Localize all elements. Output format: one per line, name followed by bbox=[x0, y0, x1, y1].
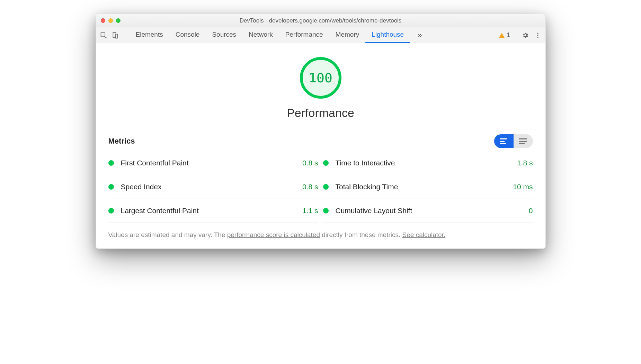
metric-value: 0.8 s bbox=[302, 183, 318, 191]
status-dot-good bbox=[323, 208, 329, 213]
footer-text: Values are estimated and may vary. The bbox=[108, 231, 227, 238]
separator bbox=[516, 31, 516, 40]
svg-rect-7 bbox=[500, 141, 505, 142]
footer-link-see-calculator[interactable]: See calculator. bbox=[402, 231, 446, 238]
metric-row[interactable]: Cumulative Layout Shift 0 bbox=[323, 199, 533, 223]
metric-name: Cumulative Layout Shift bbox=[336, 207, 529, 215]
tab-label: Network bbox=[249, 31, 273, 38]
metric-name: Time to Interactive bbox=[336, 159, 517, 167]
performance-score-gauge[interactable]: 100 bbox=[300, 57, 341, 99]
bars-left-icon bbox=[500, 138, 508, 144]
metric-value: 0 bbox=[529, 207, 533, 215]
metric-name: Largest Contentful Paint bbox=[121, 207, 302, 215]
view-toggle-condensed[interactable] bbox=[494, 134, 514, 148]
tab-sources[interactable]: Sources bbox=[206, 27, 242, 43]
devtools-tabbar: Elements Console Sources Network Perform… bbox=[96, 27, 545, 43]
score-value: 100 bbox=[309, 70, 332, 85]
kebab-menu-button[interactable] bbox=[534, 32, 541, 39]
metric-row[interactable]: Time to Interactive 1.8 s bbox=[323, 151, 533, 175]
svg-point-5 bbox=[537, 37, 538, 38]
tab-network[interactable]: Network bbox=[242, 27, 279, 43]
lighthouse-panel: 100 Performance Metrics First Contentful… bbox=[96, 43, 545, 248]
metric-row[interactable]: Total Blocking Time 10 ms bbox=[323, 175, 533, 199]
svg-rect-6 bbox=[500, 138, 507, 139]
score-section: 100 Performance bbox=[108, 57, 533, 120]
view-toggle-expanded[interactable] bbox=[514, 134, 533, 148]
metric-value: 0.8 s bbox=[302, 159, 318, 167]
footer-text: directly from these metrics. bbox=[320, 231, 402, 238]
devtools-window: DevTools - developers.google.com/web/too… bbox=[96, 14, 546, 249]
metrics-footer-note: Values are estimated and may vary. The p… bbox=[108, 231, 533, 239]
metric-value: 10 ms bbox=[513, 183, 533, 191]
metrics-header: Metrics bbox=[108, 134, 533, 148]
tab-console[interactable]: Console bbox=[169, 27, 206, 43]
inspect-tools-group bbox=[100, 27, 123, 43]
more-tabs-button[interactable]: » bbox=[413, 31, 427, 40]
gear-icon bbox=[522, 32, 529, 39]
window-titlebar: DevTools - developers.google.com/web/too… bbox=[96, 14, 545, 27]
svg-point-4 bbox=[537, 35, 538, 36]
svg-rect-11 bbox=[519, 143, 525, 144]
metric-name: First Contentful Paint bbox=[121, 159, 302, 167]
footer-link-score-calc[interactable]: performance score is calculated bbox=[227, 231, 320, 238]
bars-icon bbox=[519, 138, 527, 144]
status-dot-good bbox=[323, 160, 329, 166]
svg-rect-8 bbox=[500, 143, 506, 144]
metrics-grid: First Contentful Paint 0.8 s Time to Int… bbox=[108, 151, 533, 223]
metric-row[interactable]: First Contentful Paint 0.8 s bbox=[108, 151, 318, 175]
tab-performance[interactable]: Performance bbox=[279, 27, 329, 43]
minimize-window-button[interactable] bbox=[108, 18, 113, 23]
tab-memory[interactable]: Memory bbox=[329, 27, 366, 43]
metric-name: Speed Index bbox=[121, 183, 302, 191]
metric-value: 1.8 s bbox=[517, 159, 533, 167]
metric-row[interactable]: Speed Index 0.8 s bbox=[108, 175, 318, 199]
tab-label: Sources bbox=[212, 31, 236, 38]
panel-tabs: Elements Console Sources Network Perform… bbox=[130, 27, 410, 43]
status-dot-good bbox=[108, 160, 114, 166]
metric-row[interactable]: Largest Contentful Paint 1.1 s bbox=[108, 199, 318, 223]
tab-label: Elements bbox=[136, 31, 163, 38]
tab-label: Lighthouse bbox=[372, 31, 404, 38]
warning-icon bbox=[499, 33, 505, 38]
chevron-double-right-icon: » bbox=[418, 31, 422, 40]
svg-rect-10 bbox=[519, 141, 527, 142]
more-vert-icon bbox=[534, 32, 541, 39]
metric-value: 1.1 s bbox=[302, 207, 318, 215]
inspect-element-icon[interactable] bbox=[100, 32, 107, 39]
device-toolbar-icon[interactable] bbox=[112, 32, 119, 39]
maximize-window-button[interactable] bbox=[116, 18, 121, 23]
metric-name: Total Blocking Time bbox=[336, 183, 513, 191]
issues-badge[interactable]: 1 bbox=[499, 31, 510, 39]
metrics-heading: Metrics bbox=[108, 137, 135, 146]
tab-label: Memory bbox=[336, 31, 359, 38]
settings-button[interactable] bbox=[522, 32, 529, 39]
svg-point-3 bbox=[537, 33, 538, 34]
tab-label: Performance bbox=[285, 31, 323, 38]
status-dot-good bbox=[108, 184, 114, 190]
status-dot-good bbox=[108, 208, 114, 213]
category-title: Performance bbox=[287, 106, 354, 120]
toolbar-right: 1 bbox=[497, 31, 541, 40]
status-dot-good bbox=[323, 184, 329, 190]
tab-label: Console bbox=[176, 31, 200, 38]
svg-rect-9 bbox=[519, 138, 527, 139]
tab-elements[interactable]: Elements bbox=[130, 27, 169, 43]
window-title: DevTools - developers.google.com/web/too… bbox=[96, 17, 545, 24]
tab-lighthouse[interactable]: Lighthouse bbox=[365, 27, 410, 43]
close-window-button[interactable] bbox=[101, 18, 105, 23]
warning-count: 1 bbox=[507, 31, 510, 39]
traffic-lights bbox=[101, 18, 121, 23]
metrics-view-toggle bbox=[494, 134, 533, 148]
